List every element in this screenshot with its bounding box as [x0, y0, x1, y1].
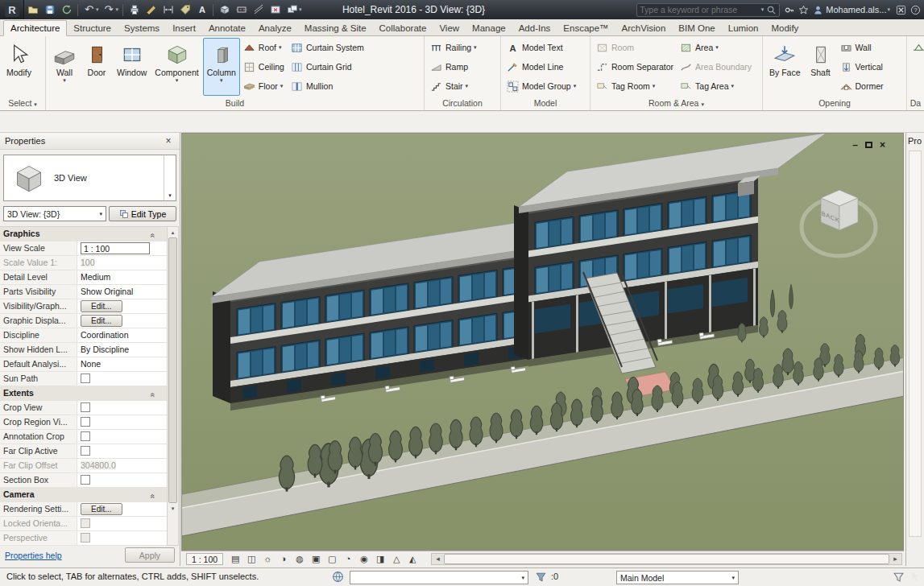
redo-dropdown-icon[interactable]: ▾: [116, 6, 119, 13]
checkbox[interactable]: [81, 417, 90, 427]
active-workset-select[interactable]: ▾: [350, 571, 528, 584]
area-boundary-button[interactable]: Area Boundary ▾: [677, 57, 755, 76]
visual-style-icon[interactable]: ◫: [244, 552, 259, 565]
type-selector-dropdown[interactable]: ▾: [164, 155, 176, 200]
design-option-select[interactable]: Main Model ▾: [616, 571, 739, 584]
view-close-icon[interactable]: ×: [880, 141, 885, 149]
detail-level-icon[interactable]: ▤: [228, 552, 242, 565]
shaft-button[interactable]: Shaft ▾: [805, 38, 837, 96]
panel-label-room-area[interactable]: Room & Area▾: [590, 97, 762, 110]
view-minimize-icon[interactable]: –: [852, 141, 858, 149]
project-browser-partial-title[interactable]: Pro: [906, 133, 924, 149]
search-scope-dropdown-icon[interactable]: ▾: [761, 6, 764, 13]
subscription-center-icon[interactable]: [783, 4, 794, 15]
ribbon-tab[interactable]: Add-Ins: [512, 21, 557, 35]
model-line-button[interactable]: Model Line ▾: [503, 57, 579, 76]
ribbon-tab[interactable]: Systems: [118, 21, 166, 35]
application-menu-button[interactable]: R: [0, 0, 24, 19]
rendering-dialog-icon[interactable]: ◍: [292, 552, 307, 565]
select-toggle-icon[interactable]: [909, 571, 922, 584]
property-value[interactable]: [77, 473, 167, 487]
property-value[interactable]: [77, 415, 167, 429]
scroll-right-icon[interactable]: ▸: [889, 554, 901, 564]
property-value[interactable]: Edit... Edit...: [77, 502, 167, 516]
checkbox[interactable]: [81, 373, 90, 383]
switch-windows-icon[interactable]: [284, 2, 300, 18]
edit-button[interactable]: Edit...: [81, 503, 122, 515]
panel-label-opening[interactable]: Opening: [763, 97, 906, 110]
close-hidden-windows-icon[interactable]: [267, 2, 284, 18]
horizontal-scrollbar[interactable]: ◂ ▸: [431, 553, 902, 565]
properties-header[interactable]: Properties ×: [0, 133, 180, 150]
exclude-options-filter-icon[interactable]: [893, 571, 905, 584]
worksets-icon[interactable]: [332, 571, 345, 584]
scrollbar-thumb[interactable]: [444, 554, 889, 564]
ribbon-tab[interactable]: BIM One: [672, 21, 721, 35]
ribbon-tab[interactable]: Enscape™: [557, 21, 615, 35]
ribbon-tab[interactable]: ArchVision: [615, 21, 673, 35]
ribbon-tab[interactable]: Analyze: [252, 21, 298, 35]
close-properties-icon[interactable]: ×: [162, 135, 175, 146]
customize-qat-icon[interactable]: ▾: [299, 6, 302, 13]
exchange-apps-icon[interactable]: [895, 4, 906, 15]
wall-button[interactable]: Wall ▾: [48, 38, 81, 96]
curtain-grid-button[interactable]: Curtain Grid ▾: [288, 57, 367, 76]
show-analytical-model-icon[interactable]: △: [389, 552, 404, 565]
modify-button[interactable]: Modify: [2, 38, 35, 96]
roof-button[interactable]: Roof ▾: [240, 38, 288, 57]
tag-area-button[interactable]: Tag Area ▾: [677, 76, 755, 96]
property-value[interactable]: [77, 401, 167, 415]
crop-view-icon[interactable]: ▣: [309, 552, 323, 565]
print-icon[interactable]: [126, 2, 143, 18]
properties-help-link[interactable]: Properties help: [5, 551, 62, 560]
scroll-down-icon[interactable]: ▾: [172, 503, 175, 514]
panel-label-build[interactable]: Build: [46, 97, 424, 110]
door-button[interactable]: Door ▾: [81, 38, 113, 96]
thin-lines-icon[interactable]: [250, 2, 267, 18]
properties-scrollbar[interactable]: ▴ ▾: [167, 226, 179, 546]
panel-label-select[interactable]: Select▾: [0, 97, 45, 110]
checkbox[interactable]: [81, 402, 90, 412]
sun-path-icon[interactable]: ☼: [260, 552, 275, 565]
property-value[interactable]: Edit... Edit...: [77, 299, 167, 313]
sign-in-dropdown-icon[interactable]: ▾: [887, 6, 890, 13]
edit-button[interactable]: Edit...: [81, 300, 122, 312]
floor-button[interactable]: Floor ▾: [240, 76, 288, 96]
section-collapse-icon[interactable]: «: [147, 393, 160, 398]
window-button[interactable]: Window ▾: [113, 38, 151, 96]
save-icon[interactable]: [41, 2, 58, 18]
stair-button[interactable]: Stair ▾: [427, 76, 480, 96]
ribbon-tab[interactable]: Modify: [764, 21, 805, 35]
temporary-hide-isolate-icon[interactable]: ◔: [341, 552, 355, 565]
edit-button[interactable]: Edit...: [81, 315, 122, 327]
area-button[interactable]: Area ▾: [677, 38, 755, 57]
model-text-button[interactable]: Model Text ▾: [503, 38, 579, 57]
property-value[interactable]: [77, 531, 167, 545]
checkbox[interactable]: [81, 533, 90, 543]
measure-icon[interactable]: [143, 2, 160, 18]
text-icon[interactable]: A: [193, 2, 210, 18]
dormer-button[interactable]: Dormer ▾: [837, 76, 887, 96]
property-value[interactable]: [77, 430, 167, 444]
panel-label-model[interactable]: Model: [501, 97, 590, 110]
reveal-hidden-elements-icon[interactable]: ◉: [357, 552, 371, 565]
property-value[interactable]: 304800.0 304800.0: [77, 459, 167, 473]
property-value[interactable]: None None: [77, 357, 167, 371]
open-icon[interactable]: [24, 2, 41, 18]
wall-opening-button[interactable]: Wall ▾: [837, 38, 887, 57]
undo-icon[interactable]: ↶: [81, 2, 97, 18]
column-button[interactable]: Column ▾: [203, 38, 240, 96]
type-selector[interactable]: 3D View ▾: [3, 155, 176, 201]
checkbox[interactable]: [81, 475, 90, 485]
view-restore-icon[interactable]: [865, 142, 872, 148]
property-value[interactable]: By Discipline By Discipline: [77, 343, 167, 357]
highlight-displacement-icon[interactable]: ◭: [405, 552, 420, 565]
search-input[interactable]: [640, 5, 762, 14]
section-collapse-icon[interactable]: «: [147, 233, 160, 238]
tag-room-button[interactable]: Tag Room ▾: [593, 76, 677, 96]
ribbon-tab[interactable]: Architecture: [3, 20, 67, 36]
ribbon-tab[interactable]: Annotate: [202, 21, 252, 35]
scroll-up-icon[interactable]: ▴: [172, 227, 175, 237]
room-separator-button[interactable]: Room Separator ▾: [593, 57, 677, 76]
property-value[interactable]: Medium Medium: [77, 270, 167, 284]
